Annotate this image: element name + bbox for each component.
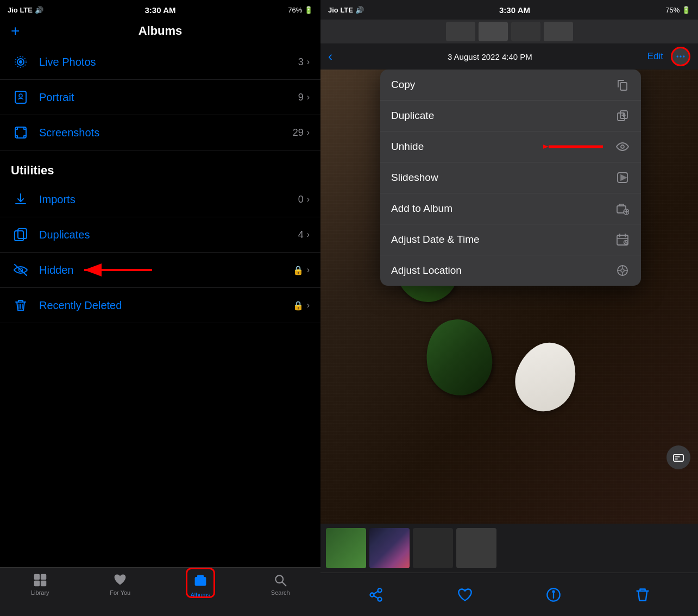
imports-count: 0 xyxy=(298,194,304,205)
menu-item-adjust-date-time[interactable]: Adjust Date & Time xyxy=(380,224,641,255)
red-arrow-hidden xyxy=(79,259,155,281)
tab-albums-label: Albums xyxy=(190,592,210,598)
menu-item-duplicate[interactable]: Duplicate xyxy=(380,100,641,131)
tab-library[interactable]: Library xyxy=(0,573,80,596)
svg-point-61 xyxy=(553,590,555,592)
right-panel: Jio LTE 🔊 3:30 AM 75% 🔋 ‹ 3 August 2022 … xyxy=(320,0,698,616)
chevron-icon: › xyxy=(307,230,310,240)
svg-point-48 xyxy=(621,269,624,272)
more-options-button[interactable] xyxy=(671,47,690,66)
slideshow-label: Slideshow xyxy=(391,172,438,184)
menu-item-copy[interactable]: Copy xyxy=(380,70,641,100)
filmstrip-thumb-1[interactable] xyxy=(326,528,366,568)
favorite-button[interactable] xyxy=(457,587,473,602)
left-panel: Jio LTE 🔊 3:30 AM 76% 🔋 + Albums Live Ph… xyxy=(0,0,320,616)
live-photos-count: 3 xyxy=(298,56,304,68)
adjust-location-label: Adjust Location xyxy=(391,265,462,276)
svg-point-24 xyxy=(680,55,681,57)
svg-rect-20 xyxy=(197,575,204,577)
menu-item-adjust-location[interactable]: Adjust Location xyxy=(380,255,641,286)
svg-point-25 xyxy=(683,55,684,57)
svg-rect-16 xyxy=(41,574,46,580)
thumb-3 xyxy=(511,22,540,41)
photo-header: ‹ 3 August 2022 4:40 PM Edit xyxy=(320,43,698,70)
thumbnail-strip xyxy=(320,20,698,43)
svg-marker-35 xyxy=(621,175,626,180)
caption-button[interactable] xyxy=(666,445,690,469)
context-menu: Copy Duplicate xyxy=(380,70,641,286)
svg-point-23 xyxy=(677,55,678,57)
chevron-icon: › xyxy=(307,300,310,310)
menu-item-unhide[interactable]: Unhide xyxy=(380,131,641,162)
trash-icon xyxy=(11,296,30,315)
time-left: 3:30 AM xyxy=(145,5,176,15)
list-item-duplicates[interactable]: Duplicates 4 › xyxy=(0,217,320,253)
lock-icon-2: 🔒 xyxy=(293,300,304,311)
menu-item-slideshow[interactable]: Slideshow xyxy=(380,162,641,193)
photo-area: DUNU.S.A.88mmTHEEDGE DUNU.S.A.88mmTHEWED… xyxy=(320,70,698,524)
signal-left: Jio LTE 🔊 xyxy=(8,6,43,14)
filmstrip-thumb-3[interactable] xyxy=(413,528,453,568)
page-title: Albums xyxy=(139,24,183,38)
thumb-4 xyxy=(544,22,573,41)
filmstrip-thumb-2[interactable] xyxy=(369,528,410,568)
portrait-label: Portrait xyxy=(39,91,298,104)
menu-item-add-to-album[interactable]: Add to Album xyxy=(380,193,641,224)
list-item-imports[interactable]: Imports 0 › xyxy=(0,182,320,217)
screenshot-icon xyxy=(11,123,30,142)
svg-point-58 xyxy=(378,597,381,601)
portrait-icon xyxy=(11,87,30,107)
hidden-icon xyxy=(11,260,30,280)
imports-label: Imports xyxy=(39,193,298,206)
svg-rect-6 xyxy=(15,231,23,241)
recently-deleted-label: Recently Deleted xyxy=(39,299,293,312)
thumb-1 xyxy=(446,22,475,41)
photo-date-time: 3 August 2022 4:40 PM xyxy=(448,52,532,61)
svg-rect-19 xyxy=(194,577,206,586)
utilities-section-label: Utilities xyxy=(0,150,320,182)
share-button[interactable] xyxy=(368,587,383,602)
live-photos-label: Live Photos xyxy=(39,56,298,68)
unhide-label: Unhide xyxy=(391,141,424,153)
filmstrip-thumb-4[interactable] xyxy=(456,528,496,568)
duplicate-icon xyxy=(11,225,30,244)
add-album-button[interactable]: + xyxy=(11,23,20,39)
list-item-portrait[interactable]: Portrait 9 › xyxy=(0,80,320,115)
tab-for-you[interactable]: For You xyxy=(80,573,161,596)
list-item-recently-deleted[interactable]: Recently Deleted 🔒 › xyxy=(0,288,320,323)
svg-point-56 xyxy=(378,588,381,592)
back-button[interactable]: ‹ xyxy=(328,49,332,64)
hidden-label: Hidden xyxy=(39,264,293,276)
svg-rect-7 xyxy=(18,229,27,238)
tab-albums[interactable]: Albums xyxy=(160,573,241,598)
filmstrip xyxy=(320,524,698,573)
red-arrow-unhide xyxy=(543,137,608,156)
copy-label: Copy xyxy=(391,79,415,91)
thumb-2 xyxy=(479,22,508,41)
screenshots-count: 29 xyxy=(293,127,304,139)
right-action-bar xyxy=(320,573,698,616)
location-icon xyxy=(615,263,630,278)
tab-search[interactable]: Search xyxy=(241,573,321,596)
left-header: + Albums xyxy=(0,20,320,45)
info-button[interactable] xyxy=(546,587,561,602)
tab-library-label: Library xyxy=(31,589,49,596)
svg-rect-18 xyxy=(41,581,46,586)
chevron-icon: › xyxy=(307,128,310,137)
import-icon xyxy=(11,190,30,209)
tab-bar: Library For You Albums xyxy=(0,567,320,616)
copy-icon xyxy=(615,77,630,92)
svg-rect-53 xyxy=(674,455,683,461)
svg-point-4 xyxy=(19,94,22,97)
list-item-hidden[interactable]: Hidden 🔒 › xyxy=(0,253,320,288)
tab-search-label: Search xyxy=(271,589,290,596)
svg-point-2 xyxy=(20,61,22,63)
battery-right: 75% 🔋 xyxy=(665,6,690,14)
lock-icon: 🔒 xyxy=(293,265,304,275)
list-item-screenshots[interactable]: Screenshots 29 › xyxy=(0,115,320,150)
edit-button[interactable]: Edit xyxy=(647,51,663,62)
list-item-live-photos[interactable]: Live Photos 3 › xyxy=(0,45,320,80)
duplicate-label: Duplicate xyxy=(391,110,434,122)
status-bar-left: Jio LTE 🔊 3:30 AM 76% 🔋 xyxy=(0,0,320,20)
delete-button[interactable] xyxy=(635,587,650,602)
